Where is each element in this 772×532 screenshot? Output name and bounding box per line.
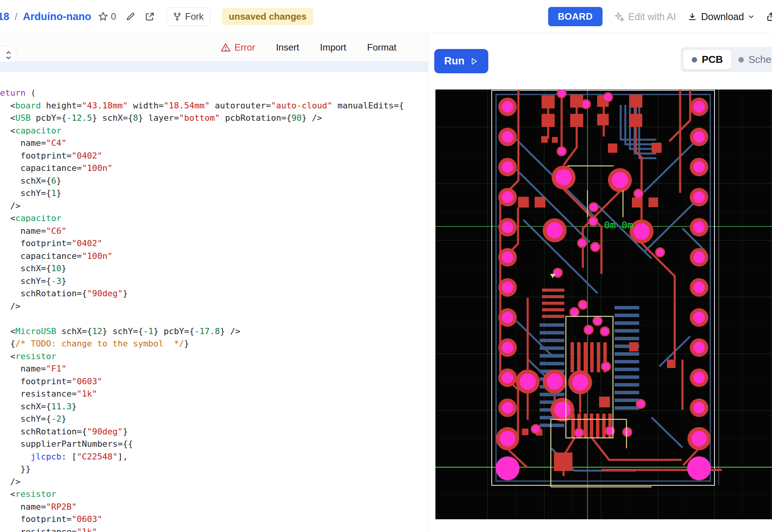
code-line: <capacitor	[0, 125, 428, 137]
code-line: schRotation={"90deg"}	[0, 287, 428, 300]
chevron-down-icon	[748, 13, 755, 20]
insert-menu-item[interactable]: Insert	[276, 42, 299, 53]
preview-panel: Run PCB Schem 0m 0m	[429, 33, 772, 532]
open-external-button[interactable]	[145, 12, 155, 22]
code-line: schY={1}	[0, 187, 428, 200]
edit-with-ai-button[interactable]: Edit with AI	[614, 11, 676, 22]
code-line	[0, 74, 428, 87]
code-line	[0, 62, 428, 74]
code-line: resistance="1k"	[0, 526, 428, 532]
code-line: schX={10}	[0, 262, 428, 275]
code-line: schY={-3}	[0, 275, 428, 288]
code-line: footprint="0603"	[0, 375, 428, 388]
board-button[interactable]: BOARD	[548, 7, 603, 26]
editor-menu: Error Insert Import Format	[220, 33, 396, 62]
fork-icon	[173, 12, 181, 21]
breadcrumb-project[interactable]: Arduino-nano	[23, 11, 91, 23]
run-button[interactable]: Run	[434, 49, 488, 73]
copy-button[interactable]: Co	[766, 11, 772, 22]
code-line: resistance="1k"	[0, 388, 428, 400]
pcb-dot-icon	[692, 57, 697, 62]
run-label: Run	[444, 55, 464, 67]
unsaved-changes-badge: unsaved changes	[222, 8, 313, 25]
open-external-icon	[145, 12, 155, 22]
format-menu-item[interactable]: Format	[367, 42, 396, 53]
tab-pcb-label: PCB	[702, 54, 723, 66]
tab-pcb[interactable]: PCB	[683, 50, 731, 69]
tab-schematic-label: Schem	[748, 54, 772, 66]
star-count: 0	[111, 11, 116, 22]
download-icon	[687, 12, 697, 22]
view-toggle: PCB Schem	[681, 47, 772, 72]
code-content[interactable]: eturn ( <board height="43.18mm" width="1…	[0, 62, 428, 532]
play-icon	[470, 57, 478, 66]
code-line: name="C4"	[0, 137, 428, 150]
code-line: />	[0, 300, 428, 313]
code-line: schX={11.3}	[0, 400, 428, 413]
header-actions: BOARD Edit with AI Download Co	[548, 0, 772, 33]
app-header: 18 / Arduino-nano 0 Fork unsaved changes…	[0, 0, 772, 33]
code-line: <MicroUSB schX={12} schY={-1} pcbY={-17.…	[0, 325, 428, 338]
code-line: capacitance="100n"	[0, 162, 428, 175]
code-line: schX={6}	[0, 175, 428, 187]
code-line: supplierPartNumbers={{	[0, 438, 428, 451]
pencil-icon	[125, 12, 135, 22]
share-up-icon	[766, 12, 772, 22]
code-line: <board height="43.18mm" width="18.54mm" …	[0, 100, 428, 112]
code-line: name="C6"	[0, 225, 428, 238]
code-line: footprint="0402"	[0, 237, 428, 250]
fork-label: Fork	[185, 11, 204, 22]
svg-text:0m 0m: 0m 0m	[604, 220, 633, 231]
fork-button[interactable]: Fork	[166, 7, 210, 26]
code-line: schY={-2}	[0, 413, 428, 426]
code-line: <capacitor	[0, 212, 428, 225]
up-down-chevrons-icon	[5, 50, 12, 60]
edit-with-ai-label: Edit with AI	[628, 11, 676, 22]
code-line: <resistor	[0, 350, 428, 363]
pcb-canvas[interactable]: 0m 0m	[435, 90, 772, 519]
code-line: jlcpcb: ["C22548"],	[0, 451, 428, 463]
pcb-render: 0m 0m	[435, 90, 772, 519]
code-line: }}	[0, 463, 428, 476]
star-icon	[98, 12, 108, 22]
schem-dot-icon	[738, 57, 744, 62]
code-line: capacitance="100n"	[0, 250, 428, 263]
import-menu-item[interactable]: Import	[320, 42, 346, 53]
tab-schematic[interactable]: Schem	[735, 54, 772, 66]
download-label: Download	[701, 11, 744, 22]
code-editor-panel: Error Insert Import Format eturn ( <boar…	[0, 33, 428, 532]
error-menu-item[interactable]: Error	[220, 42, 255, 53]
code-line: schRotation={"90deg"}	[0, 426, 428, 438]
code-line: footprint="0603"	[0, 513, 428, 526]
breadcrumb-owner[interactable]: 18	[0, 11, 9, 23]
code-line: footprint="0402"	[0, 150, 428, 162]
code-line: <USB pcbY={-12.5} schX={8} layer="bottom…	[0, 112, 428, 125]
breadcrumb: 18 / Arduino-nano 0 Fork unsaved changes	[0, 0, 313, 33]
code-line: />	[0, 476, 428, 488]
error-label: Error	[235, 42, 255, 53]
code-line: />	[0, 200, 428, 213]
editor-toolbar: Error Insert Import Format	[0, 33, 428, 62]
code-line: name="RP2B"	[0, 501, 428, 513]
rename-button[interactable]	[125, 12, 135, 22]
code-line	[0, 312, 428, 325]
sparkle-icon	[614, 12, 625, 22]
code-line: eturn (	[0, 87, 428, 100]
code-line: name="F1"	[0, 363, 428, 375]
download-button[interactable]: Download	[687, 11, 755, 22]
star-button[interactable]: 0	[98, 11, 116, 22]
breadcrumb-separator: /	[15, 11, 17, 23]
warning-icon	[220, 42, 231, 53]
code-line: {/* TODO: change to the symbol */}	[0, 338, 428, 350]
code-line: <resistor	[0, 488, 428, 501]
